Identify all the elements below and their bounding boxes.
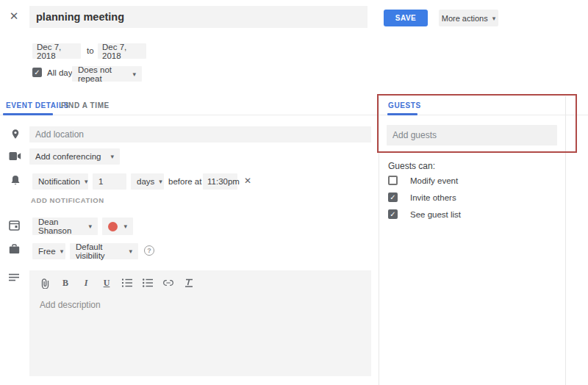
event-editor-window: ✕ SAVE More actions ▾ Dec 7, 2018 to Dec… — [0, 0, 588, 385]
chevron-down-icon: ▾ — [56, 248, 64, 255]
recurrence-dropdown[interactable]: Does not repeat ▾ — [72, 66, 142, 82]
tabs-bar: EVENT DETAILS FIND A TIME GUESTS — [0, 96, 588, 115]
availability-value: Free — [38, 247, 56, 256]
tab-find-a-time[interactable]: FIND A TIME — [61, 101, 110, 109]
modify-event-checkbox[interactable] — [388, 176, 398, 185]
location-input[interactable] — [29, 126, 371, 143]
availability-dropdown[interactable]: Free ▾ — [32, 243, 65, 259]
see-guest-list-label: See guest list — [410, 210, 461, 219]
modify-event-label: Modify event — [410, 176, 458, 185]
description-toolbar: B I U — [29, 270, 371, 289]
underline-icon[interactable]: U — [101, 277, 112, 289]
close-icon[interactable]: ✕ — [6, 8, 22, 24]
all-day-checkbox[interactable]: ✓ — [32, 68, 42, 77]
chevron-down-icon: ▾ — [128, 71, 136, 78]
video-camera-icon — [9, 151, 21, 161]
invite-others-label: Invite others — [410, 193, 456, 202]
notification-time-field[interactable]: 11:30pm — [203, 173, 237, 190]
end-date-field[interactable]: Dec 7, 2018 — [98, 43, 146, 59]
bulleted-list-icon[interactable] — [143, 277, 153, 289]
bold-icon[interactable]: B — [60, 277, 71, 289]
see-guest-list-checkbox[interactable]: ✓ — [388, 209, 398, 219]
more-actions-label: More actions — [442, 14, 488, 23]
add-notification-link[interactable]: ADD NOTIFICATION — [31, 196, 104, 204]
notification-unit-value: days — [137, 177, 154, 186]
notification-type-dropdown[interactable]: Notification ▾ — [32, 173, 88, 190]
notification-unit-dropdown[interactable]: days ▾ — [131, 173, 164, 190]
tab-event-details[interactable]: EVENT DETAILS — [6, 101, 69, 109]
briefcase-icon — [9, 244, 20, 254]
tab-guests[interactable]: GUESTS — [388, 101, 421, 109]
guests-panel-right-divider — [565, 96, 566, 385]
visibility-value: Default visibility — [76, 242, 124, 260]
calendar-name-value: Dean Shanson — [38, 217, 84, 235]
visibility-dropdown[interactable]: Default visibility ▾ — [70, 243, 138, 259]
help-icon[interactable]: ? — [144, 245, 154, 256]
guests-can-label: Guests can: — [388, 161, 435, 171]
clear-formatting-icon[interactable] — [184, 277, 194, 289]
chevron-down-icon: ▾ — [84, 223, 92, 230]
save-button[interactable]: SAVE — [384, 10, 428, 26]
calendar-icon — [9, 220, 20, 231]
description-lines-icon — [9, 273, 20, 282]
location-pin-icon — [10, 129, 21, 140]
description-editor[interactable]: B I U — [29, 270, 371, 376]
add-conferencing-label: Add conferencing — [35, 152, 101, 161]
attachment-icon[interactable] — [40, 277, 50, 289]
notification-count-input[interactable] — [93, 173, 126, 190]
event-color-dropdown[interactable]: ▾ — [102, 217, 133, 235]
add-conferencing-dropdown[interactable]: Add conferencing ▾ — [29, 148, 120, 165]
before-at-label: before at — [168, 177, 201, 186]
event-title-input[interactable] — [29, 6, 368, 28]
start-date-field[interactable]: Dec 7, 2018 — [32, 43, 81, 59]
insert-link-icon[interactable] — [163, 277, 173, 289]
event-color-swatch — [108, 222, 118, 231]
italic-icon[interactable]: I — [81, 277, 91, 289]
recurrence-value: Does not repeat — [78, 65, 128, 83]
numbered-list-icon[interactable] — [122, 277, 132, 289]
chevron-down-icon: ▾ — [124, 248, 132, 255]
chevron-down-icon: ▾ — [154, 178, 162, 185]
chevron-down-icon: ▾ — [106, 153, 114, 160]
invite-others-checkbox[interactable]: ✓ — [388, 192, 398, 202]
bell-icon — [10, 175, 21, 186]
remove-notification-icon[interactable]: ✕ — [244, 176, 251, 186]
add-guests-input[interactable] — [387, 125, 557, 145]
active-tab-underline — [3, 113, 53, 115]
notification-type-value: Notification — [38, 177, 80, 186]
guests-tab-underline — [387, 113, 417, 115]
calendar-select-dropdown[interactable]: Dean Shanson ▾ — [32, 217, 98, 235]
chevron-down-icon: ▾ — [119, 223, 127, 230]
chevron-down-icon: ▾ — [492, 15, 496, 22]
description-placeholder: Add description — [29, 289, 371, 310]
guests-panel-left-divider — [379, 96, 379, 385]
all-day-label: All day — [47, 68, 73, 77]
chevron-down-icon: ▾ — [80, 178, 88, 185]
more-actions-button[interactable]: More actions ▾ — [439, 10, 498, 26]
date-to-label: to — [87, 46, 94, 55]
